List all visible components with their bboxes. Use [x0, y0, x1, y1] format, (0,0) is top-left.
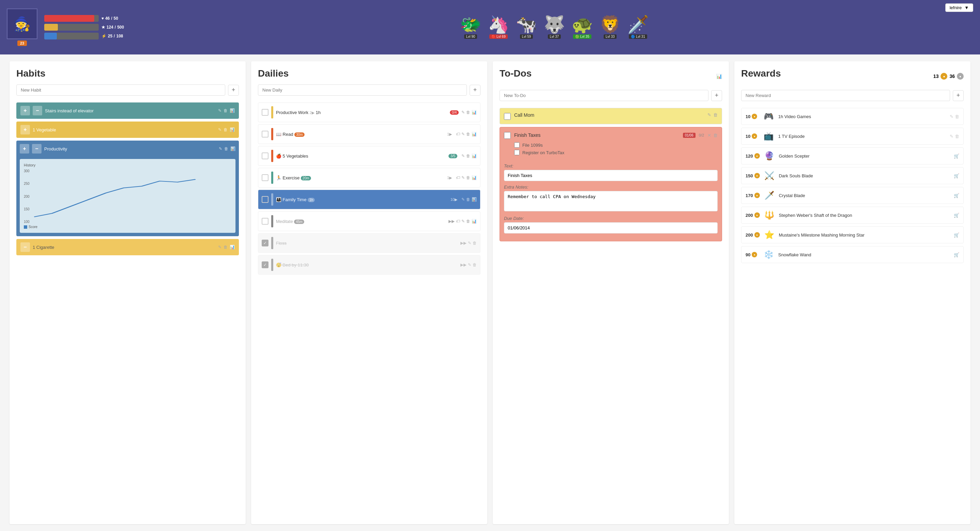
habits-add-input[interactable]: [16, 85, 225, 96]
daily-checkbox-meditate[interactable]: [262, 218, 269, 225]
party-member-1[interactable]: 🐲 Lvl 90: [460, 16, 481, 39]
bar-daily-exercise[interactable]: 📊: [472, 175, 477, 180]
todos-add-button[interactable]: +: [711, 90, 722, 101]
delete-daily-meditate[interactable]: 🗑: [466, 219, 470, 224]
text-input-taxes[interactable]: [504, 170, 718, 181]
habit-minus-productivity[interactable]: −: [32, 144, 41, 153]
notes-textarea-taxes[interactable]: Remember to call CPA on Wednesday: [504, 191, 718, 211]
todo-checkbox-call-mom[interactable]: [504, 113, 511, 120]
habits-add-button[interactable]: +: [228, 85, 239, 96]
daily-checkbox-family-time[interactable]: [262, 196, 269, 203]
edit-daily-exercise[interactable]: ✎: [461, 175, 465, 180]
party-member-2[interactable]: 🦄 🔴 Lvl 69: [488, 16, 509, 39]
party-member-5[interactable]: 🐢 🟢 Lvl 35: [572, 16, 593, 39]
bar-daily-read[interactable]: 📊: [472, 132, 477, 137]
party-member-6[interactable]: 🦁 Lvl 33: [600, 16, 620, 39]
daily-checkbox-bed[interactable]: ✓: [262, 262, 269, 268]
rewards-add-button[interactable]: +: [953, 90, 964, 101]
bar-icon-productivity[interactable]: 📊: [231, 147, 235, 151]
daily-name-family-time: 👨‍👩‍👧 Family Time 1h: [276, 197, 448, 202]
reward-actions-snowflake-wand: 🛒: [954, 252, 959, 257]
edit-daily-read[interactable]: ✎: [461, 132, 465, 137]
todo-checkbox-finish-taxes[interactable]: [504, 132, 511, 139]
tag-icon-read[interactable]: 🏷: [456, 132, 460, 137]
reward-icon-snowflake-wand: ❄️: [762, 250, 775, 259]
edit-daily-meditate[interactable]: ✎: [461, 219, 465, 224]
party-member-7[interactable]: 🗡️ 🔵 Lvl 31: [627, 16, 649, 39]
daily-checkbox-floss[interactable]: ✓: [262, 240, 269, 246]
buy-reward-shaft-dragon[interactable]: 🛒: [954, 213, 959, 218]
edit-todo-call-mom[interactable]: ✎: [708, 112, 711, 118]
bar-daily-vegetables[interactable]: 📊: [472, 153, 477, 158]
habit-plus-stairs[interactable]: +: [21, 106, 30, 115]
delete-todo-finish-taxes[interactable]: 🗑: [713, 133, 718, 138]
bar-daily-meditate[interactable]: 📊: [472, 219, 477, 224]
reward-actions-video-games: ✎ 🗑: [950, 114, 959, 119]
edit-daily-vegetables[interactable]: ✎: [461, 153, 465, 158]
delete-icon-vegetable[interactable]: 🗑: [224, 127, 228, 132]
user-dropdown[interactable]: lefnire ▼: [945, 3, 973, 12]
edit-icon-stairs[interactable]: ✎: [218, 108, 221, 113]
edit-daily-floss[interactable]: ✎: [468, 241, 471, 246]
subtask-checkbox-1099s[interactable]: [514, 142, 520, 148]
daily-streak-family-time: 10▶: [450, 198, 457, 202]
delete-icon-stairs[interactable]: 🗑: [224, 108, 228, 113]
delete-reward-tv-episode[interactable]: 🗑: [955, 134, 959, 139]
delete-daily-floss[interactable]: 🗑: [473, 241, 477, 246]
edit-daily-family-time[interactable]: ✎: [461, 197, 465, 202]
buy-reward-crystal-blade[interactable]: 🛒: [954, 193, 959, 198]
habit-minus-cigarette[interactable]: −: [21, 242, 30, 252]
edit-reward-tv-episode[interactable]: ✎: [950, 134, 953, 139]
habit-plus-vegetable[interactable]: +: [21, 125, 30, 134]
daily-checkbox-productive-work[interactable]: [262, 109, 269, 116]
todos-stats-icon[interactable]: 📊: [716, 73, 722, 79]
daily-streak-read: 1▶: [447, 132, 452, 137]
daily-checkbox-exercise[interactable]: [262, 174, 269, 181]
dailies-add-input[interactable]: [258, 85, 467, 96]
edit-icon-productivity[interactable]: ✎: [219, 147, 222, 151]
delete-daily-bed[interactable]: 🗑: [473, 262, 477, 267]
top-bar: 🧙 23 ♥ 46 / 50 ★ 124 / 500 ⚡ 25 / 108 🐲 …: [0, 0, 980, 54]
delete-daily-vegetables[interactable]: 🗑: [466, 153, 470, 158]
bar-icon-cigarette[interactable]: 📊: [230, 245, 235, 249]
daily-checkbox-vegetables[interactable]: [262, 153, 269, 159]
delete-reward-video-games[interactable]: 🗑: [955, 114, 959, 119]
party-member-3[interactable]: 🐄 Lvl 59: [516, 16, 537, 39]
due-input-taxes[interactable]: [504, 222, 718, 233]
buy-reward-dark-souls[interactable]: 🛒: [954, 173, 959, 179]
player-avatar[interactable]: 🧙: [7, 8, 37, 39]
edit-daily-productive-work[interactable]: ✎: [461, 110, 465, 115]
bar-icon-vegetable[interactable]: 📊: [230, 127, 235, 132]
edit-icon-vegetable[interactable]: ✎: [218, 127, 221, 132]
tag-icon-exercise[interactable]: 🏷: [456, 175, 460, 180]
delete-icon-productivity[interactable]: 🗑: [224, 147, 228, 151]
edit-reward-video-games[interactable]: ✎: [950, 114, 953, 119]
habit-label-productivity: Productivity: [44, 147, 216, 151]
buy-reward-golden-scepter[interactable]: 🛒: [954, 153, 959, 159]
dailies-add-button[interactable]: +: [469, 85, 480, 96]
habit-plus-productivity[interactable]: +: [20, 144, 29, 153]
subtask-checkbox-turbotax[interactable]: [514, 150, 520, 155]
bar-daily-family-time[interactable]: 📊: [472, 197, 477, 202]
rewards-add-input[interactable]: [741, 90, 950, 101]
buy-reward-morning-star[interactable]: 🛒: [954, 233, 959, 238]
habit-minus-stairs[interactable]: −: [33, 106, 42, 115]
daily-actions-vegetables: ✎ 🗑 📊: [461, 153, 477, 158]
delete-daily-family-time[interactable]: 🗑: [466, 197, 470, 202]
buy-reward-snowflake-wand[interactable]: 🛒: [954, 252, 959, 257]
tag-icon-meditate[interactable]: 🏷: [456, 219, 460, 224]
delete-todo-call-mom[interactable]: 🗑: [713, 112, 718, 118]
delete-daily-productive-work[interactable]: 🗑: [466, 110, 470, 115]
delete-icon-cigarette[interactable]: 🗑: [224, 245, 228, 249]
bar-icon-stairs[interactable]: 📊: [230, 108, 235, 113]
todos-add-input[interactable]: [500, 90, 708, 101]
party-member-4[interactable]: 🐺 Lvl 37: [544, 16, 565, 39]
delete-daily-exercise[interactable]: 🗑: [466, 175, 470, 180]
daily-tag-vegetables: 3/5: [449, 154, 457, 158]
x-icon-taxes[interactable]: ✕: [708, 133, 711, 138]
edit-icon-cigarette[interactable]: ✎: [218, 245, 221, 249]
bar-daily-productive-work[interactable]: 📊: [472, 110, 477, 115]
daily-checkbox-read[interactable]: [262, 131, 269, 137]
delete-daily-read[interactable]: 🗑: [466, 132, 470, 137]
edit-daily-bed[interactable]: ✎: [468, 262, 471, 267]
